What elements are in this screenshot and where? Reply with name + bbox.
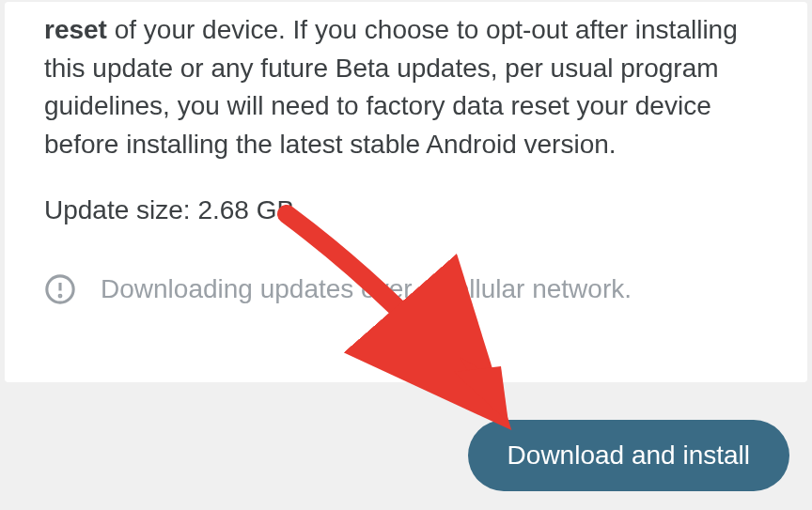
cellular-warning-row: Downloading updates over a cellular netw… bbox=[44, 273, 768, 305]
warning-icon bbox=[44, 273, 76, 305]
update-card: reset of your device. If you choose to o… bbox=[5, 2, 807, 382]
download-install-button[interactable]: Download and install bbox=[468, 420, 789, 491]
svg-point-2 bbox=[59, 295, 61, 297]
button-bar: Download and install bbox=[468, 420, 789, 491]
reset-bold-word: reset bbox=[44, 15, 107, 44]
update-description: reset of your device. If you choose to o… bbox=[44, 11, 768, 163]
description-rest: of your device. If you choose to opt-out… bbox=[44, 15, 738, 159]
cellular-warning-text: Downloading updates over a cellular netw… bbox=[101, 274, 632, 304]
update-size-line: Update size: 2.68 GB bbox=[44, 193, 768, 227]
